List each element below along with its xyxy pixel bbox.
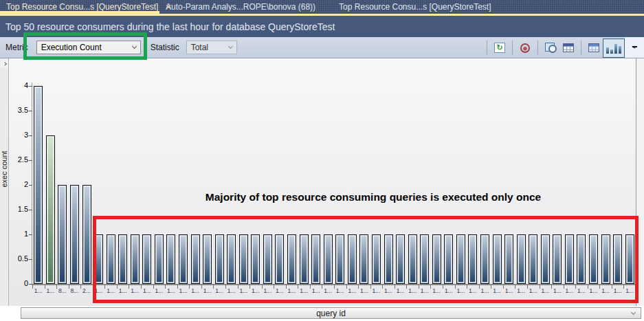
chevron-down-icon [132,44,137,49]
bar[interactable] [625,234,634,284]
bar[interactable] [504,234,513,284]
x-tick-label: 1... [189,287,201,294]
bar[interactable] [311,234,320,284]
bar[interactable] [384,234,393,284]
refresh-button[interactable]: ↻ [491,39,509,57]
x-tick-label: 1... [322,287,334,294]
bar-selected[interactable] [46,135,55,284]
x-tick-label: 1... [382,287,395,294]
bar[interactable] [613,234,622,284]
x-tick-label: 1... [298,287,310,294]
bar[interactable] [203,234,212,284]
bar[interactable] [263,234,272,284]
bar[interactable] [420,234,429,284]
bar[interactable] [287,234,296,284]
bar[interactable] [335,234,344,284]
bar[interactable] [142,234,151,284]
y-tick-label: 1 [9,230,28,238]
y-tick-label: 3.5 [9,106,28,114]
bar[interactable] [155,234,164,284]
bar[interactable] [82,185,91,284]
toolbar-separator [537,41,538,55]
bar[interactable] [227,234,236,284]
bar[interactable] [468,234,477,284]
grid-view-button[interactable] [559,39,577,57]
bar[interactable] [191,234,200,284]
bar[interactable] [324,234,333,284]
x-tick-label: 1... [575,287,588,294]
bar-chart-plot: Majority of top resource consuming queri… [9,58,636,306]
y-tick [29,185,32,186]
bar[interactable] [179,234,188,284]
bar[interactable] [372,234,381,284]
bar[interactable] [251,234,260,284]
statistic-label: Statistic [151,43,179,52]
bar[interactable] [577,234,586,284]
toolbar-overflow-button[interactable] [625,37,644,58]
report-title-bar: Top 50 resource consumers during the las… [0,16,644,37]
y-tick [29,210,32,210]
bar[interactable] [34,86,43,284]
bar[interactable] [215,234,224,284]
bar[interactable] [565,234,574,284]
x-axis-footer-bar[interactable]: query id [21,307,641,319]
bar[interactable] [444,234,453,284]
bar[interactable] [432,234,441,284]
right-scroll-gutter[interactable] [636,58,644,306]
chevron-down-icon[interactable] [631,309,636,314]
view-query-text-button[interactable] [542,39,559,57]
metric-dropdown[interactable]: Execution Count [36,41,141,54]
bar[interactable] [348,234,357,284]
bar[interactable] [166,234,175,284]
collapse-pane-button[interactable] [1,59,8,68]
bar[interactable] [239,234,248,284]
bar[interactable] [118,234,127,284]
y-tick-label: 4 [9,81,28,89]
bar[interactable] [529,234,537,284]
x-tick-label: 1... [153,287,166,294]
x-tick-label: 1... [491,287,503,294]
bar[interactable] [275,234,284,284]
bar[interactable] [589,234,598,284]
x-tick-label: 1... [177,287,190,294]
bar[interactable] [396,234,405,284]
y-tick-label: 1.5 [9,205,28,213]
bar[interactable] [300,234,309,284]
x-tick-label: 1... [430,287,443,294]
annotation-headline: Majority of top resource consuming queri… [112,191,634,203]
bar[interactable] [94,234,103,284]
bar[interactable] [541,234,550,284]
x-tick-label: 2... [80,287,93,294]
bar[interactable] [493,234,502,284]
bar[interactable] [553,234,562,284]
grid-view-alt-button[interactable] [585,39,603,57]
x-tick-label: 1... [527,287,540,294]
tab-auto-param-analysis[interactable]: Auto-Param Analys...ROPE\bonova (68)) [159,0,322,14]
bar[interactable] [456,234,465,284]
bar[interactable] [517,234,526,284]
x-tick-label: 1... [515,287,527,294]
bar[interactable] [480,234,489,284]
bar[interactable] [70,185,79,284]
y-tick [29,234,32,235]
tab-label: Top Resource Consu...s [QueryStoreTest] [339,2,491,12]
chart-view-button-selected[interactable] [603,38,625,58]
bar[interactable] [131,234,140,284]
bar[interactable] [359,234,368,284]
bar[interactable] [601,234,610,284]
left-axis-gutter: exec count [0,58,9,306]
plan-summary-button[interactable] [516,39,534,57]
toolbar-separator [512,41,513,55]
x-tick-label: 1... [406,287,419,294]
x-tick-label: 1... [588,287,600,294]
statistic-dropdown[interactable]: Total [186,41,237,54]
tab-top-resource-consumers-2[interactable]: Top Resource Consu...s [QueryStoreTest] [333,0,497,14]
query-store-report-window: Top Resource Consu...s [QueryStoreTest] … [0,0,644,321]
x-tick-label: 1... [358,287,370,294]
toolbar-separator [581,41,581,55]
bar[interactable] [107,234,115,284]
y-tick [29,86,32,87]
bar[interactable] [58,185,67,284]
bar[interactable] [408,234,417,284]
x-tick-label: 1... [370,287,383,294]
